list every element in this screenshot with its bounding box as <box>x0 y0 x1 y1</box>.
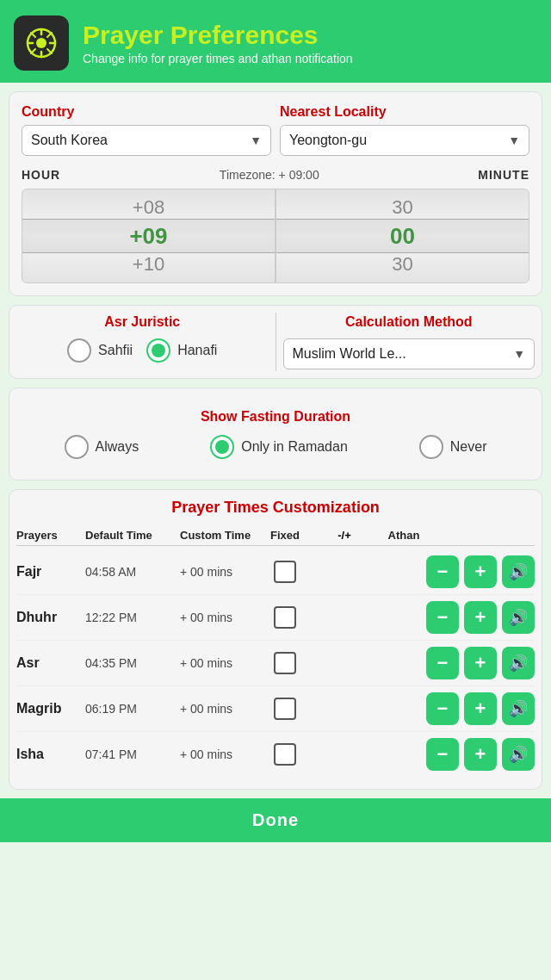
prayer-name-dhuhr: Dhuhr <box>16 610 85 625</box>
country-value: South Korea <box>31 133 108 148</box>
country-dropdown[interactable]: South Korea ▼ <box>22 125 271 156</box>
timezone-header: HOUR Timezone: + 09:00 MINUTE <box>22 164 529 185</box>
asr-sahfii-option[interactable]: Sahfii <box>67 338 133 363</box>
asr-hanafi-option[interactable]: Hanafi <box>146 338 217 363</box>
col-header-athan: Athan <box>385 529 423 542</box>
prayer-fixed-magrib <box>266 698 304 720</box>
isha-fixed-checkbox[interactable] <box>274 743 296 766</box>
hour-item-1: +09 <box>129 222 167 250</box>
hour-item-2: +10 <box>133 251 164 278</box>
calc-arrow-icon: ▼ <box>513 347 525 361</box>
country-arrow-icon: ▼ <box>250 133 262 147</box>
asr-calc-row: Asr Juristic Sahfii Hanafi Calculation M… <box>9 306 542 378</box>
fasting-radio-group: Always Only in Ramadan Never <box>28 435 523 459</box>
table-row: Dhuhr 12:22 PM + 00 mins − + 🔊 <box>16 595 535 641</box>
locality-label: Nearest Locality <box>280 104 529 120</box>
table-row: Asr 04:35 PM + 00 mins − + 🔊 <box>16 641 535 686</box>
app-subtitle: Change info for prayer times and athan n… <box>83 52 353 65</box>
prayer-name-isha: Isha <box>16 747 85 762</box>
location-card: Country South Korea ▼ Nearest Locality Y… <box>9 91 542 296</box>
prayer-name-magrib: Magrib <box>16 701 85 716</box>
header-text: Prayer Preferences Change info for praye… <box>83 21 353 65</box>
isha-actions: − + 🔊 <box>304 738 535 771</box>
asr-sound-button[interactable]: 🔊 <box>502 647 535 679</box>
calc-label: Calculation Method <box>345 314 473 330</box>
col-header-default: Default Time <box>85 529 180 542</box>
done-button[interactable]: Done <box>252 810 299 830</box>
fasting-ramadan-option[interactable]: Only in Ramadan <box>210 435 348 459</box>
col-header-custom: Custom Time <box>180 529 266 542</box>
fasting-never-option[interactable]: Never <box>419 435 487 459</box>
done-bar: Done <box>0 798 551 842</box>
country-col: Country South Korea ▼ <box>22 104 271 156</box>
magrib-plus-button[interactable]: + <box>464 692 497 725</box>
fajr-fixed-checkbox[interactable] <box>274 561 296 583</box>
asr-plus-button[interactable]: + <box>464 647 497 679</box>
prayer-name-asr: Asr <box>16 655 85 671</box>
minute-label: MINUTE <box>478 168 529 182</box>
table-row: Fajr 04:58 AM + 00 mins − + 🔊 <box>16 549 535 595</box>
prayer-custom-asr: + 00 mins <box>180 656 266 670</box>
fasting-always-radio[interactable] <box>65 435 89 459</box>
prayer-default-magrib: 06:19 PM <box>85 702 180 716</box>
fasting-section: Show Fasting Duration Always Only in Ram… <box>22 400 529 468</box>
minute-picker-col[interactable]: 30 00 30 <box>276 189 529 282</box>
fajr-minus-button[interactable]: − <box>426 555 459 588</box>
app-icon <box>14 16 69 71</box>
calc-value: Muslim World Le... <box>293 346 406 362</box>
table-row: Isha 07:41 PM + 00 mins − + 🔊 <box>16 732 535 777</box>
asr-fixed-checkbox[interactable] <box>274 652 296 674</box>
prayer-custom-dhuhr: + 00 mins <box>180 611 266 624</box>
locality-value: Yeongton-gu <box>289 133 367 148</box>
asr-sahfii-radio[interactable] <box>67 338 91 363</box>
asr-sahfii-label: Sahfii <box>98 343 133 358</box>
asr-label: Asr Juristic <box>104 314 180 330</box>
location-row: Country South Korea ▼ Nearest Locality Y… <box>22 104 529 156</box>
dhuhr-actions: − + 🔊 <box>304 601 535 634</box>
prayer-default-asr: 04:35 PM <box>85 656 180 670</box>
fajr-plus-button[interactable]: + <box>464 555 497 588</box>
prayer-default-dhuhr: 12:22 PM <box>85 611 180 624</box>
header: Prayer Preferences Change info for praye… <box>0 0 551 83</box>
dhuhr-plus-button[interactable]: + <box>464 601 497 634</box>
prayer-title: Prayer Times Customization <box>16 499 535 517</box>
fasting-label: Show Fasting Duration <box>201 409 350 425</box>
magrib-minus-button[interactable]: − <box>426 692 459 725</box>
prayer-custom-isha: + 00 mins <box>180 747 266 761</box>
prayer-custom-fajr: + 00 mins <box>180 565 266 579</box>
isha-sound-button[interactable]: 🔊 <box>502 738 535 771</box>
prayer-fixed-isha <box>266 743 304 766</box>
fasting-never-radio[interactable] <box>419 435 443 459</box>
fasting-ramadan-radio[interactable] <box>210 435 234 459</box>
time-picker[interactable]: +08 +09 +10 30 00 30 <box>22 189 529 283</box>
col-header-fixed: Fixed <box>266 529 304 542</box>
asr-hanafi-radio[interactable] <box>146 338 170 363</box>
locality-arrow-icon: ▼ <box>508 133 520 147</box>
fajr-sound-button[interactable]: 🔊 <box>502 555 535 588</box>
asr-radio-group: Sahfii Hanafi <box>67 338 217 363</box>
isha-minus-button[interactable]: − <box>426 738 459 771</box>
dhuhr-fixed-checkbox[interactable] <box>274 606 296 629</box>
prayer-table-header: Prayers Default Time Custom Time Fixed -… <box>16 525 535 546</box>
country-label: Country <box>22 104 271 120</box>
table-row: Magrib 06:19 PM + 00 mins − + 🔊 <box>16 686 535 732</box>
svg-point-1 <box>36 38 46 48</box>
prayer-fixed-fajr <box>266 561 304 583</box>
fajr-actions: − + 🔊 <box>304 555 535 588</box>
dhuhr-minus-button[interactable]: − <box>426 601 459 634</box>
dhuhr-sound-button[interactable]: 🔊 <box>502 601 535 634</box>
fasting-always-label: Always <box>96 439 139 455</box>
magrib-fixed-checkbox[interactable] <box>274 698 296 720</box>
app-title: Prayer Preferences <box>83 21 353 50</box>
fasting-never-label: Never <box>450 439 487 455</box>
timezone-text: Timezone: + 09:00 <box>220 168 319 182</box>
calc-dropdown[interactable]: Muslim World Le... ▼ <box>283 338 536 369</box>
prayer-section: Prayer Times Customization Prayers Defau… <box>9 489 542 790</box>
isha-plus-button[interactable]: + <box>464 738 497 771</box>
hour-picker-col[interactable]: +08 +09 +10 <box>22 189 275 282</box>
locality-col: Nearest Locality Yeongton-gu ▼ <box>280 104 529 156</box>
magrib-sound-button[interactable]: 🔊 <box>502 692 535 725</box>
fasting-always-option[interactable]: Always <box>65 435 139 459</box>
locality-dropdown[interactable]: Yeongton-gu ▼ <box>280 125 529 156</box>
asr-minus-button[interactable]: − <box>426 647 459 679</box>
